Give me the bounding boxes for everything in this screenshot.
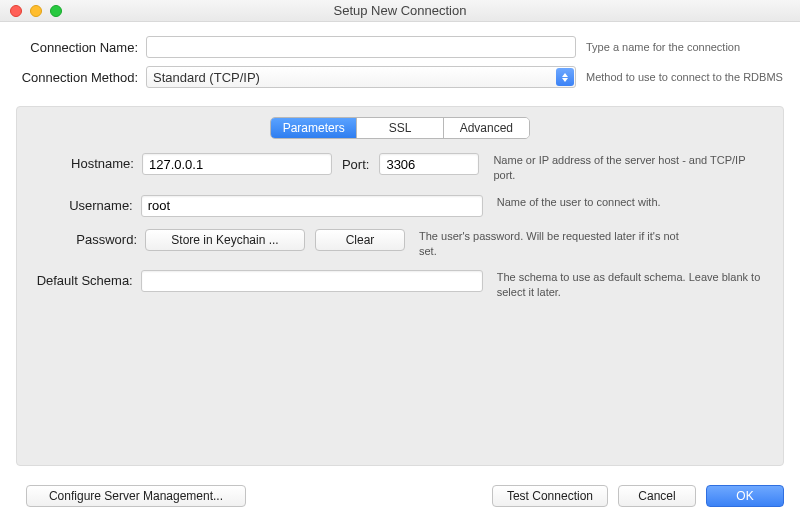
connection-name-hint: Type a name for the connection: [586, 40, 740, 54]
tab-ssl[interactable]: SSL: [357, 118, 443, 138]
default-schema-label: Default Schema:: [35, 270, 141, 288]
username-hint: Name of the user to connect with.: [497, 195, 765, 210]
ok-button[interactable]: OK: [706, 485, 784, 507]
default-schema-input[interactable]: [141, 270, 483, 292]
port-input[interactable]: [379, 153, 479, 175]
store-keychain-button[interactable]: Store in Keychain ...: [145, 229, 305, 251]
port-label: Port:: [342, 157, 369, 172]
connection-method-select[interactable]: Standard (TCP/IP): [146, 66, 576, 88]
connection-name-label: Connection Name:: [16, 40, 146, 55]
username-input[interactable]: [141, 195, 483, 217]
hostname-hint: Name or IP address of the server host - …: [493, 153, 765, 183]
password-label: Password:: [35, 229, 145, 247]
password-hint: The user's password. Will be requested l…: [419, 229, 699, 259]
window-title: Setup New Connection: [0, 3, 800, 18]
footer: Configure Server Management... Test Conn…: [0, 473, 800, 523]
connection-name-input[interactable]: [146, 36, 576, 58]
tab-advanced[interactable]: Advanced: [444, 118, 529, 138]
hostname-label: Hostname:: [35, 153, 142, 171]
top-form: Connection Name: Type a name for the con…: [0, 22, 800, 106]
clear-password-button[interactable]: Clear: [315, 229, 405, 251]
default-schema-hint: The schema to use as default schema. Lea…: [497, 270, 765, 300]
connection-method-value: Standard (TCP/IP): [153, 70, 260, 85]
titlebar: Setup New Connection: [0, 0, 800, 22]
username-label: Username:: [35, 195, 141, 213]
test-connection-button[interactable]: Test Connection: [492, 485, 608, 507]
connection-method-label: Connection Method:: [16, 70, 146, 85]
cancel-button[interactable]: Cancel: [618, 485, 696, 507]
tab-bar: Parameters SSL Advanced: [17, 107, 783, 153]
params-panel: Parameters SSL Advanced Hostname: Port: …: [16, 106, 784, 466]
connection-method-hint: Method to use to connect to the RDBMS: [586, 70, 783, 84]
tab-parameters[interactable]: Parameters: [271, 118, 357, 138]
chevron-updown-icon: [556, 68, 574, 86]
hostname-input[interactable]: [142, 153, 332, 175]
configure-server-button[interactable]: Configure Server Management...: [26, 485, 246, 507]
panel-body: Hostname: Port: Name or IP address of th…: [17, 153, 783, 300]
